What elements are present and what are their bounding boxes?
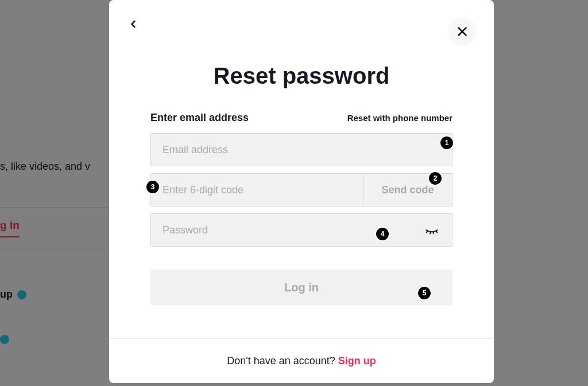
close-icon bbox=[455, 24, 470, 39]
toggle-password-visibility-button[interactable] bbox=[423, 221, 441, 239]
reset-with-phone-link[interactable]: Reset with phone number bbox=[347, 113, 452, 123]
password-input-wrap bbox=[150, 213, 452, 247]
back-button[interactable] bbox=[126, 17, 140, 31]
email-label: Enter email address bbox=[150, 112, 249, 124]
close-button[interactable] bbox=[448, 17, 477, 46]
email-input[interactable] bbox=[150, 133, 452, 166]
modal-header: Reset password bbox=[109, 0, 494, 112]
modal-footer: Don't have an account? Sign up bbox=[109, 338, 494, 383]
reset-password-modal: Reset password Enter email address Reset… bbox=[109, 0, 494, 383]
annotation-marker: 1 bbox=[439, 135, 454, 150]
svg-line-3 bbox=[430, 232, 431, 233]
footer-text: Don't have an account? bbox=[227, 355, 338, 366]
annotation-marker: 2 bbox=[428, 171, 443, 186]
annotation-marker: 3 bbox=[145, 180, 160, 194]
code-row: Send code bbox=[150, 173, 452, 206]
verification-code-input[interactable] bbox=[150, 173, 363, 206]
svg-line-4 bbox=[433, 232, 434, 233]
chevron-left-icon bbox=[127, 18, 139, 30]
reset-form: Enter email address Reset with phone num… bbox=[109, 112, 494, 338]
login-button[interactable]: Log in bbox=[150, 270, 452, 305]
svg-line-2 bbox=[427, 231, 428, 233]
annotation-marker: 5 bbox=[417, 286, 432, 301]
form-label-row: Enter email address Reset with phone num… bbox=[150, 112, 452, 124]
svg-line-5 bbox=[436, 231, 438, 233]
password-input[interactable] bbox=[150, 213, 452, 247]
annotation-marker: 4 bbox=[375, 227, 390, 241]
eye-closed-icon bbox=[424, 223, 439, 237]
email-input-wrap bbox=[150, 133, 452, 166]
modal-title: Reset password bbox=[130, 63, 473, 89]
signup-link[interactable]: Sign up bbox=[338, 355, 376, 366]
